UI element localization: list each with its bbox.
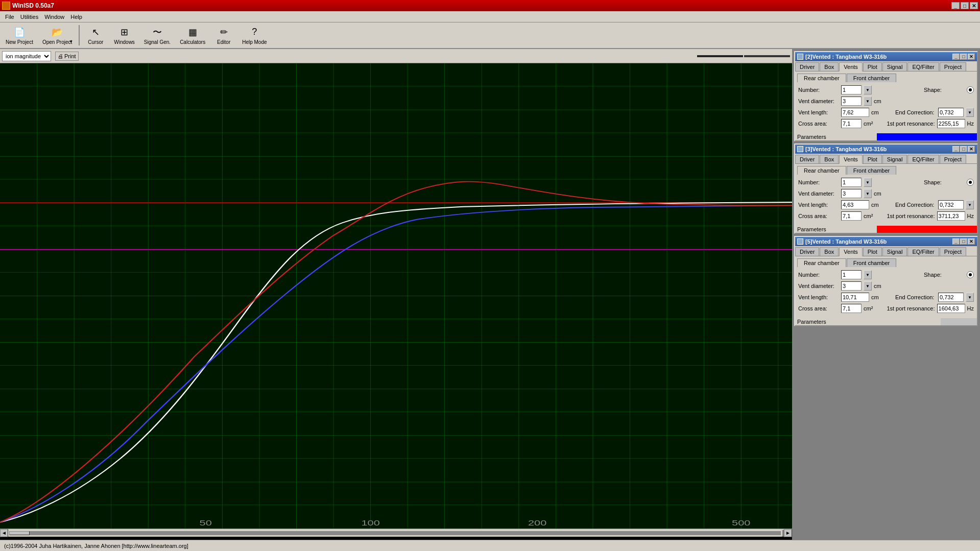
panel-5-cross-area-input[interactable] [841,304,862,313]
panel-5-shape-radio[interactable] [967,271,974,278]
tab-3-box[interactable]: Box [820,155,839,163]
panel-3-end-correction-dropdown[interactable]: ▼ [966,200,974,209]
panel-3-icon [797,146,803,152]
panel-2-rear-chamber-tab[interactable]: Rear chamber [797,74,846,82]
menu-utilities[interactable]: Utilities [17,13,41,21]
panel-2-shape-radio[interactable] [967,86,974,93]
scroll-left-button[interactable]: ◄ [0,529,8,537]
tab-5-signal[interactable]: Signal [882,247,907,256]
panel-2-number-input[interactable] [841,85,862,94]
cursor-button[interactable]: ↖ Cursor [83,24,108,46]
status-text: (c)1996-2004 Juha Hartikainen, Janne Aho… [4,543,188,549]
panel-2-resonance-input[interactable] [937,119,965,128]
tab-2-vents[interactable]: Vents [839,62,863,71]
panel-3-front-chamber-tab[interactable]: Front chamber [847,166,897,175]
windows-button[interactable]: ⊞ Windows [110,24,138,46]
separator-1 [79,25,80,45]
panel-3-vent-diameter-row: Vent diameter: ▼ cm [798,189,974,198]
panel-3-close[interactable]: ✕ [968,146,975,152]
panel-2-content: Number: ▼ Shape: Vent diameter: ▼ cm Ven… [795,82,977,133]
panel-2-front-chamber-tab[interactable]: Front chamber [847,74,897,82]
menu-file[interactable]: File [2,13,17,21]
panel-3-resonance-input[interactable] [937,211,965,221]
tab-3-driver[interactable]: Driver [795,155,819,163]
panel-2-vent-diameter-dropdown[interactable]: ▼ [864,97,872,106]
panel-5-rear-chamber-tab[interactable]: Rear chamber [797,258,846,267]
tab-2-plot[interactable]: Plot [863,62,882,71]
new-project-button[interactable]: 📄 New Project [2,24,37,46]
tab-5-box[interactable]: Box [820,247,839,256]
panel-5-progress [941,318,977,325]
tab-2-eqfilter[interactable]: EQ/Filter [907,62,939,71]
panel-3-shape-radio[interactable] [967,179,974,186]
maximize-button[interactable]: □ [961,2,969,9]
panel-2-maximize[interactable]: □ [960,54,967,60]
panel-3-number-dropdown[interactable]: ▼ [864,178,872,187]
open-project-button[interactable]: 📂 Open Project ▼ [39,24,76,46]
tab-3-signal[interactable]: Signal [882,155,907,163]
tab-5-driver[interactable]: Driver [795,247,819,256]
panel-5-end-correction-input[interactable] [938,293,964,302]
panel-3-vent-diameter-label: Vent diameter: [798,190,839,197]
minimize-button[interactable]: _ [951,2,960,9]
scroll-thumb[interactable] [9,531,30,535]
panel-5-vent-length-input[interactable] [841,293,869,302]
panel-3-cross-area-row: Cross area: cm² 1st port resonance: Hz [798,211,974,221]
graph-mode-select[interactable]: ion magnitude [2,51,51,61]
tab-3-project[interactable]: Project [940,155,966,163]
panel-3-title-bar: [3]Vented : Tangband W3-316b _ □ ✕ [795,145,977,154]
panel-5-maximize[interactable]: □ [960,238,967,245]
panel-3-end-correction-input[interactable] [938,200,964,209]
panel-3-maximize[interactable]: □ [960,146,967,152]
panel-5-end-correction-dropdown[interactable]: ▼ [966,293,974,302]
scroll-right-button[interactable]: ► [784,529,792,537]
panel-2-vent-length-input[interactable] [841,108,869,117]
graph-scrollbar[interactable]: ◄ ► [0,529,792,537]
tab-3-vents[interactable]: Vents [839,155,863,164]
help-mode-button[interactable]: ? Help Mode [238,24,270,46]
panel-5-number-input[interactable] [841,270,862,279]
panel-2-number-dropdown[interactable]: ▼ [864,85,872,94]
menu-help[interactable]: Help [67,13,85,21]
panel-2-minimize[interactable]: _ [952,54,960,60]
panel-2-end-correction-dropdown[interactable]: ▼ [966,108,974,117]
tab-5-plot[interactable]: Plot [863,247,882,256]
tab-5-vents[interactable]: Vents [839,247,863,256]
menu-window[interactable]: Window [41,13,67,21]
tab-2-project[interactable]: Project [940,62,966,71]
panel-3-vent-diameter-input[interactable] [841,189,862,198]
signal-gen-button[interactable]: 〜 Signal Gen. [140,24,174,46]
tab-5-eqfilter[interactable]: EQ/Filter [907,247,939,256]
panel-2-vent-length-row: Vent length: cm End Correction: ▼ [798,108,974,117]
panel-5-vent-diameter-input[interactable] [841,281,862,291]
panel-2-cross-area-input[interactable] [841,119,862,128]
panel-3-minimize[interactable]: _ [952,146,960,152]
panel-2-end-correction-input[interactable] [938,108,964,117]
panel-3-vent-length-input[interactable] [841,200,869,209]
close-button[interactable]: ✕ [970,2,978,9]
panel-3-cross-area-input[interactable] [841,211,862,221]
panel-3-rear-chamber-tab[interactable]: Rear chamber [797,166,846,175]
tab-5-project[interactable]: Project [940,247,966,256]
tab-3-eqfilter[interactable]: EQ/Filter [907,155,939,163]
panel-2-vent-diameter-input[interactable] [841,97,862,106]
panel-5-close[interactable]: ✕ [968,238,975,245]
calculators-button[interactable]: ▦ Calculators [176,24,209,46]
panel-5-vent-diameter-dropdown[interactable]: ▼ [864,281,872,291]
panel-3-number-input[interactable] [841,178,862,187]
print-button[interactable]: 🖨 Print [55,52,79,61]
tab-2-signal[interactable]: Signal [882,62,907,71]
scroll-track[interactable] [9,531,781,535]
panel-5-number-dropdown[interactable]: ▼ [864,270,872,279]
tab-3-plot[interactable]: Plot [863,155,882,163]
panel-2-close[interactable]: ✕ [968,54,975,60]
panel-5-resonance-input[interactable] [937,304,965,313]
editor-button[interactable]: ✏ Editor [211,24,236,46]
panel-5-front-chamber-tab[interactable]: Front chamber [847,258,897,267]
tab-2-driver[interactable]: Driver [795,62,819,71]
panel-window-5: [5]Vented : Tangband W3-316b _ □ ✕ Drive… [794,236,978,326]
tab-2-box[interactable]: Box [820,62,839,71]
windows-label: Windows [114,39,135,45]
panel-3-vent-diameter-dropdown[interactable]: ▼ [864,189,872,198]
panel-5-minimize[interactable]: _ [952,238,960,245]
